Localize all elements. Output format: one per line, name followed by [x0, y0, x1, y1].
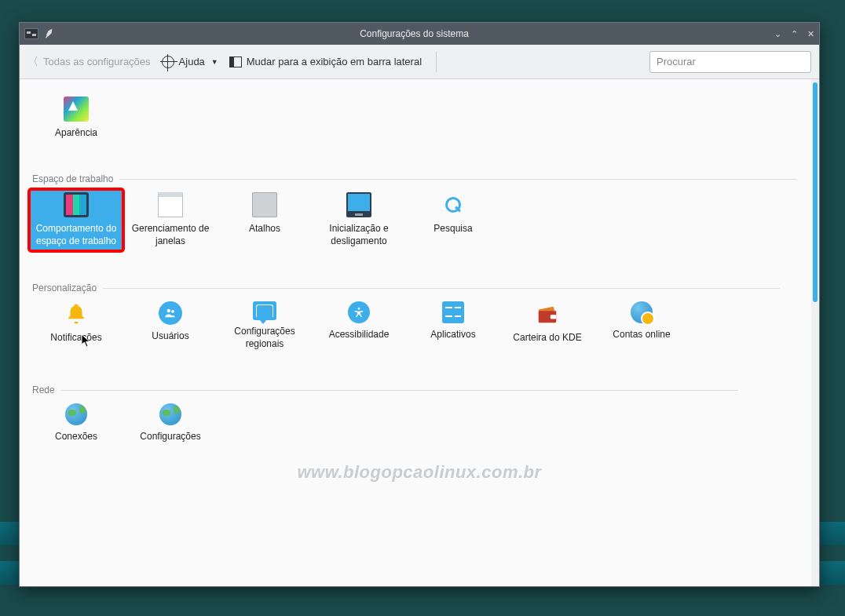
- category-accessibility[interactable]: Acessibilidade: [312, 298, 406, 353]
- startup-icon: [346, 192, 371, 217]
- category-shortcuts[interactable]: Atalhos: [218, 189, 312, 250]
- grid-personalization: Notificações Usuários Configurações regi…: [29, 298, 803, 353]
- section-title-workspace: Espaço de trabalho: [32, 173, 803, 184]
- toolbar: 〈 Todas as configurações Ajuda ▼ Mudar p…: [20, 45, 819, 79]
- scrollbar[interactable]: [811, 79, 819, 586]
- category-regional[interactable]: Configurações regionais: [218, 298, 312, 353]
- svg-rect-3: [551, 315, 557, 319]
- category-label: Acessibilidade: [329, 328, 390, 341]
- category-search[interactable]: Pesquisa: [406, 189, 500, 250]
- category-label: Pesquisa: [433, 222, 472, 235]
- online-accounts-icon: [631, 301, 653, 323]
- category-workspace-behavior[interactable]: Comportamento do espaço de trabalho: [29, 189, 123, 250]
- window-controls: ⌄ ⌃ ✕: [774, 29, 814, 39]
- category-kde-wallet[interactable]: Carteira do KDE: [500, 298, 594, 353]
- category-label: Carteira do KDE: [513, 331, 581, 344]
- users-icon: [159, 301, 182, 325]
- window-management-icon: [158, 192, 183, 217]
- category-connections[interactable]: Conexões: [29, 400, 123, 446]
- search-input[interactable]: Procurar: [649, 51, 811, 73]
- globe-icon: [65, 403, 87, 425]
- maximize-button[interactable]: ⌃: [791, 29, 798, 39]
- category-users[interactable]: Usuários: [123, 298, 218, 353]
- category-notifications[interactable]: Notificações: [29, 298, 123, 353]
- category-label: Inicialização e desligamento: [315, 222, 403, 247]
- shortcuts-icon: [252, 192, 277, 217]
- content-area: Aparência Espaço de trabalho Comportamen…: [20, 79, 819, 586]
- back-label: Todas as configurações: [43, 56, 151, 67]
- chevron-down-icon: ▼: [211, 58, 218, 66]
- globe-icon: [159, 403, 181, 425]
- window-title: Configurações do sistema: [60, 28, 768, 39]
- titlebar[interactable]: Configurações do sistema ⌄ ⌃ ✕: [20, 23, 819, 45]
- category-online-accounts[interactable]: Contas online: [594, 298, 689, 353]
- pin-icon[interactable]: [43, 28, 54, 39]
- category-label: Notificações: [50, 331, 101, 344]
- workspace-behavior-icon: [64, 192, 89, 217]
- section-title-network: Rede: [32, 385, 803, 395]
- sidebar-view-icon: [229, 56, 242, 67]
- section-title-personalization: Personalização: [32, 282, 803, 293]
- minimize-button[interactable]: ⌄: [774, 29, 781, 39]
- system-settings-window: Configurações do sistema ⌄ ⌃ ✕ 〈 Todas a…: [19, 22, 820, 587]
- app-icon: [24, 28, 38, 39]
- category-startup-shutdown[interactable]: Inicialização e desligamento: [312, 189, 406, 250]
- search-icon: [441, 192, 466, 217]
- grid-workspace: Comportamento do espaço de trabalho Gere…: [29, 189, 803, 250]
- category-network-settings[interactable]: Configurações: [123, 400, 218, 446]
- category-label: Aplicativos: [430, 328, 475, 341]
- category-appearance[interactable]: Aparência: [29, 93, 123, 142]
- grid-network: Conexões Configurações: [29, 400, 803, 446]
- help-icon: [162, 56, 174, 68]
- category-applications[interactable]: Aplicativos: [406, 298, 500, 353]
- back-button: 〈 Todas as configurações: [27, 55, 151, 69]
- category-label: Comportamento do espaço de trabalho: [32, 222, 120, 247]
- help-menu[interactable]: Ajuda ▼: [162, 56, 218, 68]
- category-label: Configurações: [140, 430, 200, 443]
- toolbar-divider: [436, 52, 437, 72]
- search-placeholder: Procurar: [657, 56, 696, 67]
- scroll-area[interactable]: Aparência Espaço de trabalho Comportamen…: [20, 79, 811, 586]
- regional-icon: [253, 301, 276, 320]
- wallet-icon: [535, 301, 560, 326]
- svg-point-2: [358, 308, 360, 310]
- bell-icon: [64, 301, 89, 326]
- svg-point-0: [167, 308, 171, 312]
- category-label: Atalhos: [249, 222, 280, 235]
- scrollbar-thumb[interactable]: [813, 82, 818, 302]
- category-label: Gerenciamento de janelas: [126, 222, 214, 247]
- appearance-icon: [64, 97, 89, 122]
- close-button[interactable]: ✕: [807, 29, 814, 39]
- apps-icon: [442, 301, 464, 323]
- category-window-management[interactable]: Gerenciamento de janelas: [123, 189, 218, 250]
- category-label: Aparência: [55, 126, 97, 139]
- chevron-left-icon: 〈: [27, 55, 38, 69]
- accessibility-icon: [348, 301, 370, 323]
- category-label: Usuários: [152, 330, 188, 342]
- category-label: Conexões: [55, 430, 97, 443]
- category-label: Contas online: [613, 328, 670, 341]
- category-label: Configurações regionais: [221, 325, 309, 350]
- switch-sidebar-view-button[interactable]: Mudar para a exibição em barra lateral: [229, 56, 422, 67]
- svg-point-1: [171, 309, 174, 312]
